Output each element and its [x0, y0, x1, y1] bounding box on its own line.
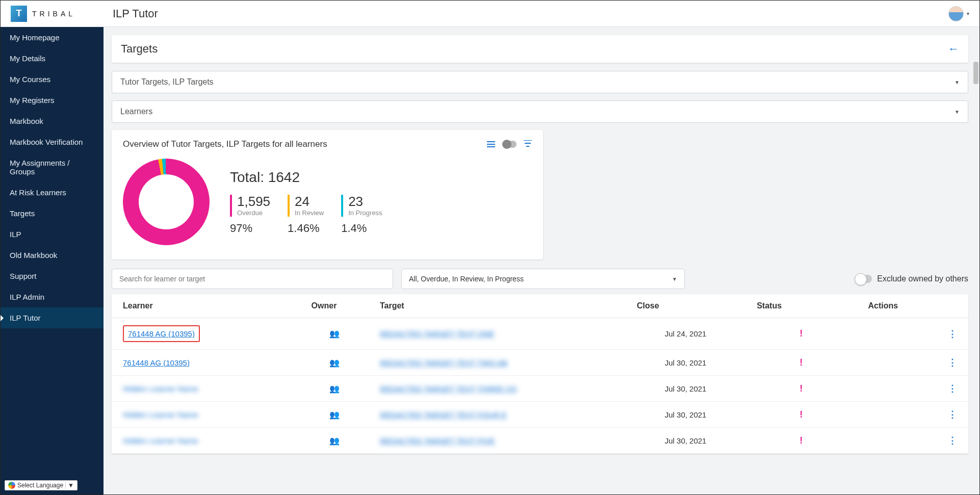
- learner-link[interactable]: 761448 AG (10395): [128, 329, 195, 338]
- alert-icon: !: [800, 357, 803, 368]
- sidebar-item-my-homepage[interactable]: My Homepage: [1, 27, 104, 48]
- group-icon: 👥: [329, 329, 340, 338]
- sidebar-item-ilp-admin[interactable]: ILP Admin: [1, 286, 104, 307]
- chevron-down-icon: ▼: [672, 276, 677, 282]
- user-avatar[interactable]: [948, 6, 964, 21]
- target-text[interactable]: REDACTED TARGET TEXT TWO AB: [380, 358, 507, 367]
- google-translate-icon: [8, 482, 15, 489]
- sidebar-item-at-risk-learners[interactable]: At Risk Learners: [1, 182, 104, 203]
- col-actions[interactable]: Actions: [857, 294, 968, 318]
- sidebar-item-my-assignments-groups[interactable]: My Assignments / Groups: [1, 152, 104, 182]
- alert-icon: !: [800, 383, 803, 394]
- col-owner[interactable]: Owner: [300, 294, 369, 318]
- brand-logo-text: TRIBAL: [32, 10, 75, 18]
- alert-icon: !: [800, 328, 803, 338]
- table-row: Hidden Learner Name 👥 REDACTED TARGET TE…: [112, 376, 968, 402]
- learner-link[interactable]: Hidden Learner Name: [123, 436, 198, 445]
- table-header-row: Learner Owner Target Close Status Action…: [112, 294, 968, 318]
- sidebar-item-targets[interactable]: Targets: [1, 203, 104, 224]
- chevron-down-icon[interactable]: ▾: [967, 11, 969, 16]
- chevron-down-icon: ▼: [65, 482, 74, 489]
- overview-title: Overview of Tutor Targets, ILP Targets f…: [123, 139, 327, 149]
- close-date: Jul 24, 2021: [626, 318, 745, 350]
- col-close[interactable]: Close: [626, 294, 745, 318]
- module-title: ILP Tutor: [113, 7, 158, 20]
- stat-in-progress: 23 In Progress: [341, 195, 382, 217]
- back-arrow-icon[interactable]: ←: [948, 42, 959, 56]
- learner-link[interactable]: Hidden Learner Name: [123, 410, 198, 419]
- filter-icon[interactable]: [524, 140, 532, 149]
- language-selector[interactable]: Select Language ▼: [5, 480, 78, 490]
- learner-link[interactable]: Hidden Learner Name: [123, 384, 198, 393]
- stat-in-review-pct: 1.46%: [288, 222, 324, 235]
- sidebar: My Homepage My Details My Courses My Reg…: [1, 27, 104, 494]
- group-icon: 👥: [329, 358, 340, 367]
- stat-overdue: 1,595 Overdue: [230, 195, 270, 217]
- sidebar-item-my-courses[interactable]: My Courses: [1, 69, 104, 90]
- targets-table: Learner Owner Target Close Status Action…: [112, 294, 968, 454]
- sidebar-item-my-registers[interactable]: My Registers: [1, 90, 104, 111]
- learner-link[interactable]: 761448 AG (10395): [123, 358, 190, 367]
- table-row: 761448 AG (10395) 👥 REDACTED TARGET TEXT…: [112, 318, 968, 350]
- table-row: 761448 AG (10395) 👥 REDACTED TARGET TEXT…: [112, 350, 968, 376]
- target-types-dropdown[interactable]: Tutor Targets, ILP Targets ▼: [112, 71, 968, 93]
- sidebar-item-markbook-verification[interactable]: Markbook Verification: [1, 132, 104, 152]
- target-types-value: Tutor Targets, ILP Targets: [120, 77, 214, 87]
- more-actions-icon[interactable]: ⋮: [948, 409, 957, 420]
- chevron-down-icon: ▼: [955, 109, 960, 115]
- alert-icon: !: [800, 435, 803, 446]
- donut-chart: [123, 159, 210, 245]
- filter-controls: All, Overdue, In Review, In Progress ▼ E…: [112, 269, 968, 289]
- close-date: Jul 30, 2021: [626, 350, 745, 376]
- page-title: Targets: [121, 42, 158, 56]
- brand-logo[interactable]: T TRIBAL: [11, 6, 102, 22]
- more-actions-icon[interactable]: ⋮: [948, 435, 957, 446]
- target-text[interactable]: REDACTED TARGET TEXT ONE: [380, 329, 495, 338]
- table-row: Hidden Learner Name 👥 REDACTED TARGET TE…: [112, 428, 968, 454]
- total-count: Total: 1642: [230, 169, 382, 186]
- sidebar-item-ilp[interactable]: ILP: [1, 224, 104, 245]
- target-text[interactable]: REDACTED TARGET TEXT FOUR E: [380, 410, 507, 419]
- sidebar-item-support[interactable]: Support: [1, 266, 104, 286]
- list-view-icon[interactable]: [487, 141, 495, 147]
- more-actions-icon[interactable]: ⋮: [948, 357, 957, 368]
- learners-value: Learners: [120, 107, 152, 116]
- alert-icon: !: [800, 409, 803, 420]
- stat-overdue-pct: 97%: [230, 222, 270, 235]
- top-bar: T TRIBAL ILP Tutor ▾: [1, 1, 979, 27]
- status-filter-value: All, Overdue, In Review, In Progress: [409, 275, 524, 283]
- exclude-owned-label: Exclude owned by others: [877, 274, 968, 283]
- sidebar-item-ilp-tutor[interactable]: ILP Tutor: [1, 307, 104, 328]
- scrollbar[interactable]: [973, 62, 978, 84]
- page-header: Targets ←: [112, 35, 968, 63]
- brand-logo-mark: T: [11, 6, 27, 22]
- main-content: Targets ← Tutor Targets, ILP Targets ▼ L…: [104, 27, 979, 494]
- group-icon: 👥: [329, 410, 340, 419]
- close-date: Jul 30, 2021: [626, 402, 745, 428]
- col-target[interactable]: Target: [369, 294, 626, 318]
- col-status[interactable]: Status: [745, 294, 857, 318]
- target-text[interactable]: REDACTED TARGET TEXT FIVE: [380, 436, 495, 445]
- more-actions-icon[interactable]: ⋮: [948, 383, 957, 394]
- sidebar-item-markbook[interactable]: Markbook: [1, 111, 104, 132]
- language-selector-label: Select Language: [17, 482, 63, 489]
- sidebar-item-old-markbook[interactable]: Old Markbook: [1, 245, 104, 266]
- close-date: Jul 30, 2021: [626, 376, 745, 402]
- table-row: Hidden Learner Name 👥 REDACTED TARGET TE…: [112, 402, 968, 428]
- chevron-down-icon: ▼: [955, 80, 960, 85]
- exclude-owned-toggle[interactable]: [855, 275, 872, 283]
- group-icon: 👥: [329, 384, 340, 393]
- target-text[interactable]: REDACTED TARGET TEXT THREE CD: [380, 384, 517, 393]
- group-icon: 👥: [329, 436, 340, 445]
- learners-dropdown[interactable]: Learners ▼: [112, 100, 968, 123]
- overview-card: Overview of Tutor Targets, ILP Targets f…: [112, 130, 543, 259]
- status-filter-dropdown[interactable]: All, Overdue, In Review, In Progress ▼: [401, 269, 685, 289]
- sidebar-item-my-details[interactable]: My Details: [1, 48, 104, 69]
- search-input[interactable]: [112, 269, 393, 289]
- col-learner[interactable]: Learner: [112, 294, 300, 318]
- more-actions-icon[interactable]: ⋮: [948, 329, 957, 339]
- stat-in-progress-pct: 1.4%: [341, 222, 382, 235]
- stat-in-review: 24 In Review: [288, 195, 324, 217]
- overview-toggle[interactable]: [502, 141, 517, 148]
- close-date: Jul 30, 2021: [626, 428, 745, 454]
